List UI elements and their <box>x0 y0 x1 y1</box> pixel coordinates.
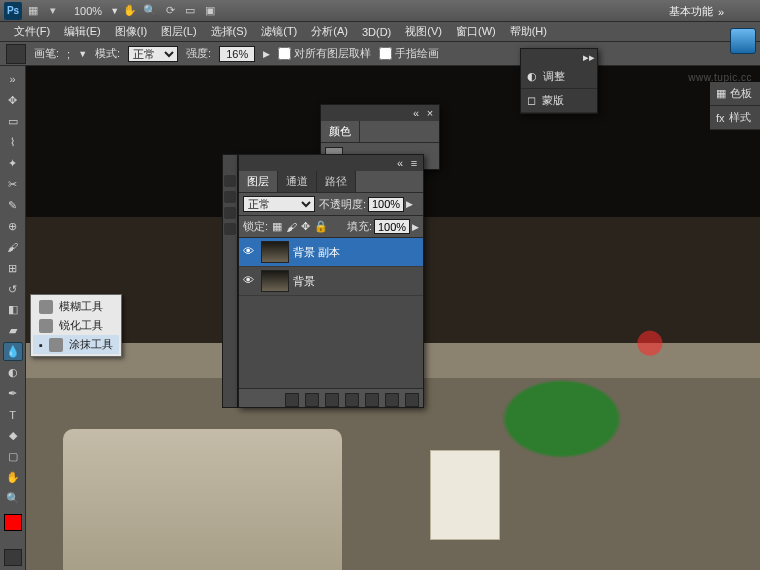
panel-header[interactable]: «× <box>321 105 439 121</box>
lasso-tool[interactable]: ⌇ <box>3 133 23 152</box>
close-icon[interactable]: × <box>425 107 435 119</box>
brand-icon[interactable] <box>730 28 756 54</box>
brush-size[interactable]: ; <box>67 48 70 60</box>
layer-thumbnail[interactable] <box>261 241 289 263</box>
collapse-icon[interactable]: » <box>3 70 23 89</box>
flyout-smudge[interactable]: ▪涂抹工具 <box>33 335 119 354</box>
pen-tool[interactable]: ✒ <box>3 384 23 403</box>
menu-edit[interactable]: 编辑(E) <box>58 22 107 41</box>
strip-icon[interactable] <box>224 191 236 203</box>
strip-icon[interactable] <box>224 207 236 219</box>
current-tool-icon[interactable] <box>6 44 26 64</box>
collapse-icon[interactable]: « <box>395 157 405 169</box>
collapse-icon[interactable]: « <box>411 107 421 119</box>
gradient-tool[interactable]: ▰ <box>3 321 23 340</box>
swatches-panel-button[interactable]: ▦色板 <box>710 82 760 106</box>
marquee-tool[interactable]: ▭ <box>3 112 23 131</box>
flyout-blur[interactable]: 模糊工具 <box>33 297 119 316</box>
eraser-tool[interactable]: ◧ <box>3 300 23 319</box>
zoom-level[interactable]: 100% <box>68 3 108 19</box>
history-dropdown-icon[interactable]: ▾ <box>44 2 62 20</box>
styles-panel-button[interactable]: fx样式 <box>710 106 760 130</box>
mask-icon[interactable] <box>325 393 339 407</box>
flyout-label: 模糊工具 <box>59 299 103 314</box>
shape-tool[interactable]: ▢ <box>3 447 23 466</box>
bridge-icon[interactable]: ▦ <box>24 2 42 20</box>
fx-icon[interactable] <box>305 393 319 407</box>
adjustments-item[interactable]: ◐调整 <box>521 65 597 89</box>
trash-icon[interactable] <box>405 393 419 407</box>
arrange-icon[interactable]: ▭ <box>181 2 199 20</box>
lock-pixels-icon[interactable]: 🖌 <box>286 221 297 233</box>
brush-label: 画笔: <box>34 46 59 61</box>
quick-mask-icon[interactable] <box>4 549 22 566</box>
lock-trans-icon[interactable]: ▦ <box>272 220 282 233</box>
lock-all-icon[interactable]: 🔒 <box>314 220 328 233</box>
stamp-tool[interactable]: ⊞ <box>3 259 23 278</box>
strip-icon[interactable] <box>224 223 236 235</box>
rotate-view-icon[interactable]: ⟳ <box>161 2 179 20</box>
move-tool[interactable]: ✥ <box>3 91 23 110</box>
menu-3d[interactable]: 3D(D) <box>356 24 397 40</box>
crop-tool[interactable]: ✂ <box>3 175 23 194</box>
zoom-tool[interactable]: 🔍 <box>3 489 23 508</box>
panel-side-strip <box>222 154 238 408</box>
eyedropper-tool[interactable]: ✎ <box>3 196 23 215</box>
lock-pos-icon[interactable]: ✥ <box>301 220 310 233</box>
type-tool[interactable]: T <box>3 405 23 424</box>
layer-thumbnail[interactable] <box>261 270 289 292</box>
menu-image[interactable]: 图像(I) <box>109 22 153 41</box>
mode-select[interactable]: 正常 <box>128 46 178 62</box>
blend-mode-select[interactable]: 正常 <box>243 196 315 212</box>
opacity-input[interactable] <box>368 197 404 212</box>
history-brush-tool[interactable]: ↺ <box>3 280 23 299</box>
menu-view[interactable]: 视图(V) <box>399 22 448 41</box>
color-tab[interactable]: 颜色 <box>321 121 360 142</box>
hand-tool[interactable]: ✋ <box>3 468 23 487</box>
layer-name[interactable]: 背景 <box>293 274 315 289</box>
zoom-icon[interactable]: 🔍 <box>141 2 159 20</box>
group-icon[interactable] <box>365 393 379 407</box>
tab-channels[interactable]: 通道 <box>278 171 317 192</box>
masks-item[interactable]: ◻蒙版 <box>521 89 597 113</box>
dodge-tool[interactable]: ◐ <box>3 363 23 382</box>
workspace-selector[interactable]: 基本功能 <box>669 4 724 19</box>
fill-input[interactable] <box>374 219 410 234</box>
new-layer-icon[interactable] <box>385 393 399 407</box>
visibility-icon[interactable]: 👁 <box>243 245 257 259</box>
menu-file[interactable]: 文件(F) <box>8 22 56 41</box>
options-bar: 画笔: ;▼ 模式: 正常 强度: ▶ 对所有图层取样 手指绘画 <box>0 42 760 66</box>
menu-window[interactable]: 窗口(W) <box>450 22 502 41</box>
menu-select[interactable]: 选择(S) <box>205 22 254 41</box>
visibility-icon[interactable]: 👁 <box>243 274 257 288</box>
brush-tool[interactable]: 🖌 <box>3 238 23 257</box>
panel-header[interactable]: ▸▸ <box>521 49 597 65</box>
flyout-sharpen[interactable]: 锐化工具 <box>33 316 119 335</box>
screen-mode-icon[interactable]: ▣ <box>201 2 219 20</box>
sample-all-checkbox[interactable]: 对所有图层取样 <box>278 46 371 61</box>
strength-input[interactable] <box>219 46 255 62</box>
layer-row[interactable]: 👁 背景 副本 <box>239 238 423 267</box>
menu-icon[interactable]: ≡ <box>409 157 419 169</box>
strip-icon[interactable] <box>224 175 236 187</box>
healing-tool[interactable]: ⊕ <box>3 217 23 236</box>
tab-paths[interactable]: 路径 <box>317 171 356 192</box>
adjustment-icon[interactable] <box>345 393 359 407</box>
tab-layers[interactable]: 图层 <box>239 171 278 192</box>
panel-header[interactable]: «≡ <box>239 155 423 171</box>
menu-filter[interactable]: 滤镜(T) <box>255 22 303 41</box>
link-icon[interactable] <box>285 393 299 407</box>
tools-toolbar: » ✥ ▭ ⌇ ✦ ✂ ✎ ⊕ 🖌 ⊞ ↺ ◧ ▰ 💧 ◐ ✒ T ◆ ▢ ✋ … <box>0 66 26 570</box>
finger-paint-checkbox[interactable]: 手指绘画 <box>379 46 439 61</box>
layer-name[interactable]: 背景 副本 <box>293 245 340 260</box>
blur-tool[interactable]: 💧 <box>3 342 23 361</box>
foreground-color-swatch[interactable] <box>4 514 22 531</box>
menu-analysis[interactable]: 分析(A) <box>305 22 354 41</box>
menu-help[interactable]: 帮助(H) <box>504 22 553 41</box>
tool-flyout: 模糊工具 锐化工具 ▪涂抹工具 <box>30 294 122 357</box>
layer-row[interactable]: 👁 背景 <box>239 267 423 296</box>
menu-layer[interactable]: 图层(L) <box>155 22 202 41</box>
wand-tool[interactable]: ✦ <box>3 154 23 173</box>
path-select-tool[interactable]: ◆ <box>3 426 23 445</box>
hand-icon[interactable]: ✋ <box>121 2 139 20</box>
